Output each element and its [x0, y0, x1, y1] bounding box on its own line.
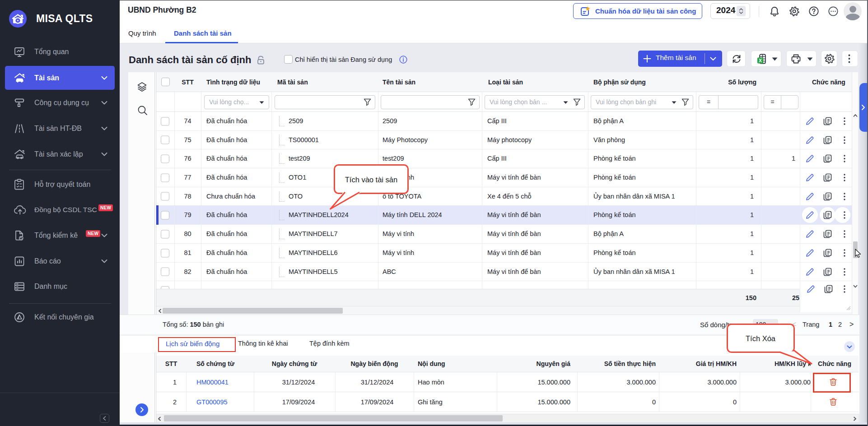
svg-text:Tích vào tài sản: Tích vào tài sản: [345, 176, 397, 184]
svg-text:Tích Xóa: Tích Xóa: [746, 334, 776, 343]
svg-text:X: X: [759, 58, 762, 63]
